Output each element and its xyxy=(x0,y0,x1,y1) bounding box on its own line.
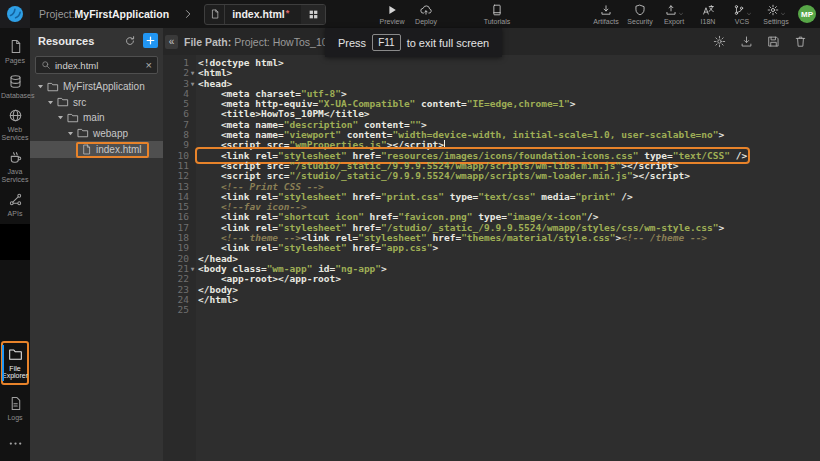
chevron-down-icon xyxy=(780,11,786,17)
tree-item-label: src xyxy=(73,97,86,108)
collapse-panel-button[interactable]: « xyxy=(165,35,178,49)
fold-toggle-icon[interactable]: ▼ xyxy=(189,79,196,89)
code-line-19: 19 <link rel="stylesheet" href="app.css"… xyxy=(163,243,820,253)
search-input[interactable]: index.html × xyxy=(35,56,158,74)
caret-down-icon[interactable] xyxy=(36,82,45,91)
code-area[interactable]: 1<!doctype html>2▼<html>3▼<head>4 <meta … xyxy=(163,55,820,461)
save-icon xyxy=(767,35,780,48)
sidebar-item-databases[interactable]: Databases xyxy=(0,69,30,104)
fold-gutter xyxy=(189,120,196,130)
code-text xyxy=(196,305,198,315)
settings-icon xyxy=(713,35,726,48)
fold-gutter xyxy=(189,182,196,192)
tree-item-main[interactable]: main xyxy=(30,110,163,126)
security-icon-wrap xyxy=(634,4,646,16)
vcs-chevron-down-icon xyxy=(746,11,752,17)
sidebar-empty-block xyxy=(0,224,30,260)
search-value: index.html xyxy=(55,60,142,71)
code-editor: « File Path: Project: HowTos_10PM > src/… xyxy=(163,28,820,461)
sidebar-item-apis[interactable]: APIs xyxy=(0,187,30,222)
fold-gutter xyxy=(189,223,196,233)
chevron-down-icon xyxy=(678,11,684,17)
folder-icon xyxy=(57,96,69,108)
project-title: Project:MyFirstApplication xyxy=(39,8,169,20)
tab-index-html[interactable]: index.html* xyxy=(204,4,326,25)
file-icon xyxy=(81,144,92,155)
fold-toggle-icon[interactable]: ▼ xyxy=(189,68,196,78)
preview-icon xyxy=(386,4,398,16)
pages-label: Pages xyxy=(5,57,25,65)
caret-down-icon[interactable] xyxy=(56,113,65,122)
action-tutorials-button[interactable]: Tutorials xyxy=(480,0,514,28)
f11-key: F11 xyxy=(372,34,401,51)
sidebar-item-file-explorer[interactable]: File Explorer xyxy=(1,341,29,385)
tree-item-webapp[interactable]: webapp xyxy=(30,126,163,142)
search-icon xyxy=(41,60,51,70)
sidebar-item-web-services[interactable]: Web Services xyxy=(0,103,30,145)
i18n-icon-wrap xyxy=(702,4,714,16)
action-i18n-button[interactable]: I18N xyxy=(691,0,725,28)
action-security-button[interactable]: Security xyxy=(623,0,657,28)
fold-gutter xyxy=(189,212,196,222)
top-bar: Project:MyFirstApplication index.html* P… xyxy=(0,0,820,28)
code-line-1: 1<!doctype html> xyxy=(163,58,820,68)
fold-gutter xyxy=(189,285,196,295)
settings-label: Settings xyxy=(763,18,788,25)
fold-gutter xyxy=(189,58,196,68)
action-vcs-button[interactable]: VCS xyxy=(725,0,759,28)
action-preview-button[interactable]: Preview xyxy=(375,0,409,28)
logs-icon xyxy=(8,396,23,411)
fold-gutter xyxy=(189,109,196,119)
save-file-button[interactable] xyxy=(767,35,780,48)
chevron-down-icon xyxy=(746,11,752,17)
i18n-icon xyxy=(702,4,714,16)
add-resource-button[interactable] xyxy=(143,33,158,48)
caret-down-icon[interactable] xyxy=(66,129,75,138)
deploy-icon-wrap xyxy=(420,4,432,16)
tree-item-myfirstapplication[interactable]: MyFirstApplication xyxy=(30,79,163,95)
fold-gutter xyxy=(189,140,196,150)
caret-down-icon xyxy=(36,82,45,91)
clear-search-icon[interactable]: × xyxy=(146,60,152,70)
resources-header: Resources xyxy=(30,28,163,53)
download-file-button[interactable] xyxy=(740,35,753,48)
resources-title: Resources xyxy=(38,35,117,47)
caret-down-icon[interactable] xyxy=(46,98,55,107)
refresh-button[interactable] xyxy=(124,35,136,47)
action-deploy-button[interactable]: Deploy xyxy=(409,0,443,28)
line-number: 25 xyxy=(163,305,189,315)
sidebar-item-java-services[interactable]: Java Services xyxy=(0,145,30,187)
action-export-button[interactable]: Export xyxy=(657,0,691,28)
folder-icon xyxy=(77,127,89,139)
logs-label: Logs xyxy=(7,414,22,422)
fold-gutter xyxy=(189,192,196,202)
main-area: PagesDatabasesWeb ServicesJava ServicesA… xyxy=(0,28,820,461)
web-services-icon xyxy=(8,108,23,123)
delete-file-button[interactable] xyxy=(794,35,807,48)
export-chevron-down-icon xyxy=(678,11,684,17)
code-line-25: 25 xyxy=(163,305,820,315)
tree-item-src[interactable]: src xyxy=(30,95,163,111)
sidebar-item-more[interactable] xyxy=(0,431,30,455)
i18n-label: I18N xyxy=(701,18,716,25)
avatar[interactable]: MP xyxy=(798,5,816,23)
sidebar-item-pages[interactable]: Pages xyxy=(0,34,30,69)
settings-file-button[interactable] xyxy=(713,35,726,48)
tree-item-index-html[interactable]: index.html xyxy=(30,141,163,158)
code-text: </html> xyxy=(196,295,238,305)
fold-gutter xyxy=(189,233,196,243)
databases-icon xyxy=(8,74,23,89)
grid-view-icon[interactable] xyxy=(301,5,325,24)
wavemaker-logo-icon xyxy=(6,5,24,23)
web-services-label: Web Services xyxy=(1,126,29,141)
action-settings-button[interactable]: Settings xyxy=(759,0,793,28)
caret-down-icon xyxy=(46,98,55,107)
app-logo[interactable] xyxy=(0,0,30,28)
delete-icon xyxy=(794,35,807,48)
sidebar-item-logs[interactable]: Logs xyxy=(0,391,30,426)
action-artifacts-button[interactable]: Artifacts xyxy=(589,0,623,28)
annotation-box: index.html xyxy=(76,142,149,158)
tab-label: index.html* xyxy=(225,8,301,20)
tree-item-label: index.html xyxy=(96,144,142,155)
fold-toggle-icon[interactable]: ▼ xyxy=(189,264,196,274)
